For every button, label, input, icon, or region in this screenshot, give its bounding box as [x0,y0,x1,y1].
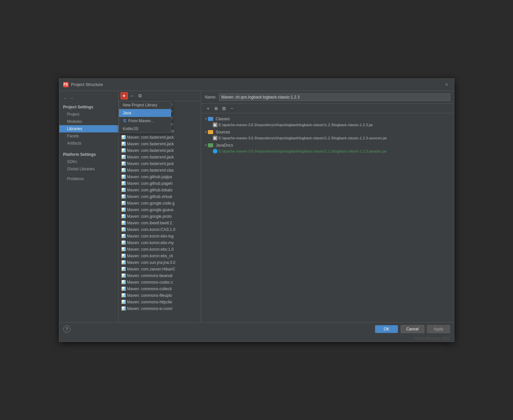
right-toolbar: + ⊕ ⊞ − [201,104,454,113]
list-item[interactable]: 📊 Maven: commons-httpclie [119,299,201,305]
jar-icon: ▦ [213,123,217,127]
classes-folder-icon [208,117,213,121]
list-item[interactable]: 📊 Maven: com.sun.jna:jna:3.0 [119,259,201,266]
platform-settings-label: Platform Settings [59,150,118,158]
maven-icon: 📊 [121,148,126,153]
forward-arrow[interactable]: → [69,96,74,101]
watermark: CSDN @huang_sj502 [59,336,454,342]
dropdown-kotlin-js[interactable]: Kotlin/JS [119,125,171,133]
classes-label: Classes [216,117,230,121]
remove-path-button[interactable]: − [229,105,235,112]
apply-button[interactable]: Apply [427,325,450,333]
maven-icon: 📊 [121,287,126,291]
list-item[interactable]: 📊 Maven: commons-collecti [119,286,201,292]
maven-icon: 📊 [121,306,126,311]
dropdown-from-maven[interactable]: 🏗 From Maven... [119,117,171,125]
list-item[interactable]: 📊 Maven: commons-io:comr [119,305,201,312]
maven-icon: 📊 [121,267,126,271]
dropdown-java[interactable]: Java [119,109,171,117]
sidebar-item-facets[interactable]: Facets [59,132,118,140]
help-button[interactable]: ? [63,325,71,333]
project-settings-label: Project Settings [59,103,118,111]
list-item[interactable]: 📊 Maven: com.fasterxml:clas [119,167,201,174]
list-item[interactable]: 📊 Maven: com.fasterxml.jack [119,147,201,154]
javadocs-items: 🌐 E:\apache-maven-3.6.3\repository\ch\qo… [205,148,450,154]
name-row: Name: [201,91,454,104]
bottom-bar: ? OK Cancel Apply [59,322,454,336]
list-item[interactable]: 📊 Maven: com.github.pageh [119,180,201,187]
maven-icon: 📊 [121,273,126,278]
sidebar-item-global-libraries[interactable]: Global Libraries [59,165,118,173]
sidebar-item-problems[interactable]: Problems [59,175,118,182]
maven-icon: 📊 [121,254,126,258]
sidebar: ← → Project Settings Project Modules Lib… [59,91,119,322]
list-item[interactable]: 📊 Maven: com.koron:ebs-my [119,239,201,246]
maven-icon: 📊 [121,135,126,139]
sidebar-item-libraries[interactable]: Libraries [59,125,118,132]
sources-label: Sources [216,130,230,134]
classes-header[interactable]: ▾ Classes [205,116,450,122]
tree-item: ▦ E:\apache-maven-3.6.3\repository\ch\qo… [213,135,450,141]
copy-library-button[interactable]: ⧉ [136,92,144,99]
list-item[interactable]: 📊 Maven: commons-codec:c [119,279,201,286]
list-item[interactable]: 📊 Maven: com.fasterxml.jack [119,154,201,160]
list-item[interactable]: 📊 Maven: com.koron:ebs-log [119,233,201,239]
list-item[interactable]: 📊 Maven: com.google.proto [119,213,201,220]
sources-items: ▦ E:\apache-maven-3.6.3\repository\ch\qo… [205,135,450,141]
library-list: 📊 Maven: cn.afterturn:easyp 📊 Maven: cn.… [119,101,201,322]
list-item[interactable]: 📊 Maven: com.koron:ebs_cli [119,253,201,259]
sidebar-item-sdks[interactable]: SDKs [59,158,118,165]
jar-icon: ▦ [213,136,217,140]
list-item[interactable]: 📊 Maven: commons-fileuplo [119,292,201,299]
list-item[interactable]: 📊 Maven: commons-beanuti [119,272,201,279]
add-dropdown-menu: New Project Library Java 🏗 From Maven...… [119,101,171,133]
maven-icon: 📊 [121,247,126,251]
maven-icon: 📊 [121,155,126,159]
sidebar-item-project[interactable]: Project [59,111,118,118]
javadocs-header[interactable]: ▾ JavaDocs [205,142,450,148]
javadocs-path: E:\apache-maven-3.6.3\repository\ch\qos\… [219,149,387,153]
list-item[interactable]: 📊 Maven: com.zaxxer:HikariC [119,266,201,272]
back-arrow[interactable]: ← [63,96,68,101]
globe-icon: 🌐 [213,149,217,154]
cancel-button[interactable]: Cancel [401,325,424,333]
list-item[interactable]: 📊 Maven: com.google.guava [119,207,201,213]
add-path-alt-button[interactable]: ⊞ [221,105,227,112]
maven-icon: 📊 [121,300,126,304]
list-item[interactable]: 📊 Maven: com.github.jsqlpa [119,174,201,180]
add-path-with-deps-button[interactable]: ⊕ [213,105,219,112]
library-name-input[interactable] [219,94,450,101]
list-item[interactable]: 📊 Maven: com.google.code.g [119,200,201,207]
list-item[interactable]: 📊 Maven: com.fasterxml.jack [119,141,201,147]
maven-icon: 📊 [121,214,126,218]
list-item[interactable]: 📊 Maven: com.github.tobato [119,187,201,193]
main-content: ← → Project Settings Project Modules Lib… [59,91,454,322]
bottom-left: ? [63,325,71,333]
maven-icon: 📊 [121,168,126,172]
maven-icon: 📊 [121,142,126,146]
list-item[interactable]: 📊 Maven: com.koron:ebs:1.0 [119,246,201,253]
sidebar-item-artifacts[interactable]: Artifacts [59,140,118,147]
classes-chevron: ▾ [205,117,207,121]
maven-dropdown-icon: 🏗 [123,119,127,123]
sidebar-item-modules[interactable]: Modules [59,118,118,125]
maven-icon: 📊 [121,194,126,199]
classes-section: ▾ Classes ▦ E:\apache-maven-3.6.3\reposi… [205,116,450,128]
maven-icon: 📊 [121,175,126,179]
close-button[interactable]: × [443,81,450,88]
right-panel: Name: + ⊕ ⊞ − ▾ Classes [201,91,454,322]
remove-library-button[interactable]: − [128,92,136,99]
app-icon: PS [63,82,69,87]
list-item[interactable]: 📊 Maven: com.ibeetl:beetl:2. [119,220,201,226]
dropdown-new-project-library[interactable]: New Project Library [119,101,171,109]
maven-icon: 📊 [121,240,126,245]
sources-header[interactable]: ▾ Sources [205,129,450,135]
ok-button[interactable]: OK [375,325,398,333]
list-item[interactable]: 📊 Maven: com.github.virtual [119,193,201,200]
list-item[interactable]: 📊 Maven: com.fasterxml.jack [119,134,201,141]
maven-icon: 📊 [121,188,126,192]
list-item[interactable]: 📊 Maven: com.fasterxml.jack [119,160,201,167]
add-path-button[interactable]: + [205,105,212,112]
add-library-button[interactable]: + [121,92,128,99]
list-item[interactable]: 📊 Maven: com.koron:CAS:1.0 [119,226,201,233]
